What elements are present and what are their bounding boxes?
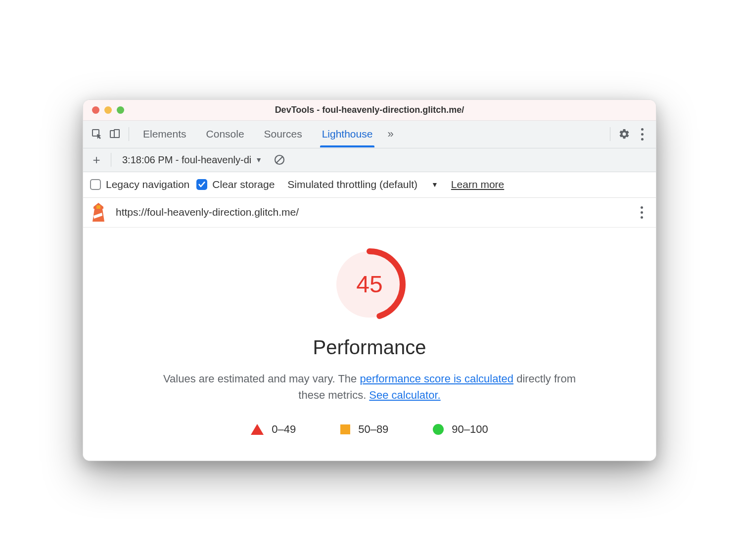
clear-icon[interactable]: [273, 153, 286, 166]
report-url: https://foul-heavenly-direction.glitch.m…: [116, 206, 625, 218]
square-icon: [340, 424, 350, 434]
svg-rect-7: [96, 205, 100, 209]
panel-tabs: Elements Console Sources Lighthouse: [143, 121, 372, 147]
close-window-button[interactable]: [92, 106, 99, 114]
svg-rect-2: [114, 130, 119, 138]
legend-pass: 90–100: [433, 423, 488, 436]
legend-average: 50–89: [340, 423, 388, 436]
divider: [610, 127, 610, 141]
clear-storage-label: Clear storage: [212, 179, 275, 190]
tab-lighthouse[interactable]: Lighthouse: [322, 121, 373, 147]
performance-gauge: 45: [332, 247, 407, 322]
lighthouse-options: Legacy navigation Clear storage Simulate…: [83, 172, 656, 198]
report-url-bar: https://foul-heavenly-direction.glitch.m…: [83, 198, 656, 228]
triangle-icon: [251, 424, 264, 435]
performance-score: 45: [332, 247, 407, 322]
circle-icon: [433, 424, 444, 435]
divider: [129, 127, 129, 141]
lighthouse-logo-icon: [90, 203, 107, 222]
legacy-nav-option[interactable]: Legacy navigation: [90, 179, 189, 190]
report-content: 45 Performance Values are estimated and …: [83, 228, 656, 461]
svg-line-5: [277, 157, 282, 163]
settings-gear-icon[interactable]: [615, 125, 633, 143]
inspect-element-icon[interactable]: [88, 125, 106, 143]
report-menu-kebab-icon[interactable]: [634, 206, 649, 219]
learn-more-link[interactable]: Learn more: [451, 179, 504, 190]
new-report-button[interactable]: +: [89, 152, 104, 168]
chevron-down-icon: ▼: [255, 156, 262, 164]
score-calc-link[interactable]: performance score is calculated: [360, 373, 513, 385]
report-selector-label: 3:18:06 PM - foul-heavenly-di: [122, 154, 251, 166]
legend-pass-label: 90–100: [452, 423, 488, 436]
tab-sources[interactable]: Sources: [264, 121, 302, 147]
desc-text: Values are estimated and may vary. The: [163, 373, 360, 385]
maximize-window-button[interactable]: [117, 106, 124, 114]
legend-fail: 0–49: [251, 423, 296, 436]
report-selector[interactable]: 3:18:06 PM - foul-heavenly-di ▼: [122, 154, 262, 166]
performance-description: Values are estimated and may vary. The p…: [159, 371, 580, 403]
see-calculator-link[interactable]: See calculator.: [369, 389, 440, 401]
performance-heading: Performance: [98, 336, 641, 359]
tab-elements[interactable]: Elements: [143, 121, 186, 147]
clear-storage-option[interactable]: Clear storage: [196, 179, 275, 190]
tab-console[interactable]: Console: [206, 121, 244, 147]
legend-average-label: 50–89: [358, 423, 388, 436]
more-options-kebab-icon[interactable]: [633, 125, 651, 143]
titlebar: DevTools - foul-heavenly-direction.glitc…: [83, 100, 656, 121]
device-toolbar-icon[interactable]: [106, 125, 124, 143]
legacy-nav-label: Legacy navigation: [106, 179, 189, 190]
more-tabs-icon[interactable]: »: [387, 128, 393, 140]
minimize-window-button[interactable]: [104, 106, 112, 114]
lighthouse-toolbar: + 3:18:06 PM - foul-heavenly-di ▼: [83, 148, 656, 172]
devtools-window: DevTools - foul-heavenly-direction.glitc…: [83, 99, 656, 461]
clear-storage-checkbox[interactable]: [196, 179, 207, 190]
divider: [111, 153, 111, 167]
traffic-lights: [83, 106, 124, 114]
main-tabs-row: Elements Console Sources Lighthouse »: [83, 121, 656, 148]
throttling-dropdown-icon[interactable]: ▼: [431, 181, 438, 188]
legacy-nav-checkbox[interactable]: [90, 179, 101, 190]
throttling-label: Simulated throttling (default): [287, 179, 417, 190]
legend-fail-label: 0–49: [272, 423, 296, 436]
window-title: DevTools - foul-heavenly-direction.glitc…: [83, 105, 656, 115]
score-legend: 0–49 50–89 90–100: [98, 423, 641, 436]
